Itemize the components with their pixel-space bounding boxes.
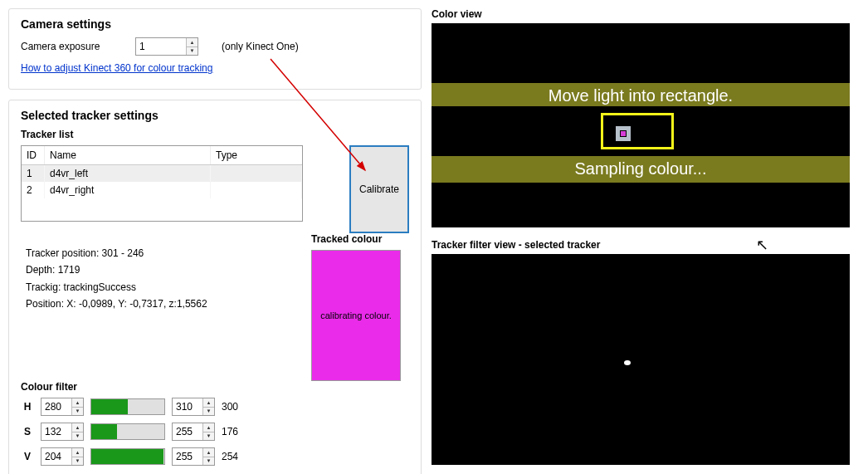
color-view: Move light into rectangle. Sampling colo…	[432, 23, 850, 227]
tracker-settings-title: Selected tracker settings	[21, 109, 409, 122]
filter-view-title: Tracker filter view - selected tracker	[432, 239, 860, 251]
v-high-stepper[interactable]: ▲▼	[172, 447, 215, 466]
tracker-list[interactable]: ID Name Type 1 d4vr_left 2 d4vr_right	[21, 145, 303, 222]
table-row[interactable]: 1 d4vr_left	[22, 165, 302, 182]
stepper-down-icon[interactable]: ▼	[203, 432, 214, 441]
filter-row-v: V ▲▼ ▲▼ 254	[21, 447, 303, 466]
s-high-stepper[interactable]: ▲▼	[172, 423, 215, 441]
color-view-title: Color view	[432, 8, 860, 20]
filter-row-h: H ▲▼ ▲▼ 300	[21, 398, 303, 416]
tracker-settings-panel: Selected tracker settings Tracker list I…	[8, 100, 422, 474]
camera-settings-panel: Camera settings Camera exposure ▲▼ (only…	[8, 8, 422, 90]
h-value: 300	[222, 401, 238, 413]
table-row[interactable]: 2 d4vr_right	[22, 182, 302, 198]
tracked-colour-label: Tracked colour	[311, 233, 409, 245]
v-bar[interactable]	[90, 448, 165, 465]
s-bar[interactable]	[90, 423, 165, 440]
camera-exposure-label: Camera exposure	[21, 41, 129, 52]
stepper-down-icon[interactable]: ▼	[72, 457, 83, 466]
s-low-stepper[interactable]: ▲▼	[41, 423, 84, 441]
filter-s-label: S	[21, 426, 34, 437]
stepper-up-icon[interactable]: ▲	[203, 398, 214, 408]
stepper-down-icon[interactable]: ▼	[187, 47, 197, 56]
camera-note: (only Kinect One)	[222, 41, 299, 52]
h-bar[interactable]	[90, 398, 165, 415]
tracker-position-text: Tracker position: 301 - 246	[26, 245, 207, 261]
tracked-colour-swatch: calibrating colour.	[311, 250, 401, 381]
tracker-filter-view	[432, 254, 850, 465]
stepper-down-icon[interactable]: ▼	[72, 432, 83, 441]
s-value: 176	[222, 426, 238, 437]
stepper-down-icon[interactable]: ▼	[203, 408, 214, 416]
stepper-up-icon[interactable]: ▲	[203, 423, 214, 432]
col-header-name: Name	[45, 146, 211, 164]
camera-settings-title: Camera settings	[21, 17, 409, 31]
tracker-list-label: Tracker list	[21, 129, 409, 140]
cursor-icon: ↖	[756, 236, 768, 254]
calibrate-button[interactable]: Calibrate	[349, 145, 409, 233]
v-low-stepper[interactable]: ▲▼	[41, 447, 84, 466]
h-high-stepper[interactable]: ▲▼	[172, 398, 215, 416]
filter-h-label: H	[21, 401, 34, 413]
position-text: Position: X: -0,0989, Y: -0,7317, z:1,55…	[26, 296, 207, 312]
tracker-list-header: ID Name Type	[22, 146, 302, 165]
tracking-status-text: Trackig: trackingSuccess	[26, 279, 207, 296]
depth-text: Depth: 1719	[26, 261, 207, 278]
h-low-stepper[interactable]: ▲▼	[41, 398, 84, 416]
stepper-up-icon[interactable]: ▲	[72, 398, 83, 408]
stepper-up-icon[interactable]: ▲	[72, 423, 83, 432]
v-value: 254	[222, 451, 238, 462]
stepper-up-icon[interactable]: ▲	[72, 448, 83, 457]
col-header-type: Type	[211, 146, 302, 164]
tracked-light-marker	[616, 126, 631, 141]
camera-exposure-input[interactable]	[136, 38, 186, 55]
stepper-up-icon[interactable]: ▲	[187, 38, 197, 47]
stepper-down-icon[interactable]: ▼	[203, 457, 214, 466]
target-rectangle	[601, 113, 674, 149]
kinect-help-link[interactable]: How to adjust Kinect 360 for colour trac…	[21, 62, 212, 74]
stepper-down-icon[interactable]: ▼	[72, 408, 83, 416]
filter-v-label: V	[21, 451, 34, 462]
colour-filter-title: Colour filter	[21, 381, 303, 393]
col-header-id: ID	[22, 146, 45, 164]
tracker-info: Tracker position: 301 - 246 Depth: 1719 …	[26, 245, 207, 313]
filter-row-s: S ▲▼ ▲▼ 176	[21, 423, 303, 441]
tracked-colour-status: calibrating colour.	[320, 310, 392, 320]
stepper-up-icon[interactable]: ▲	[203, 448, 214, 457]
sampling-text: Sampling colour...	[432, 159, 850, 178]
camera-exposure-stepper[interactable]: ▲▼	[135, 37, 198, 56]
move-light-text: Move light into rectangle.	[432, 86, 850, 105]
filter-detection-dot	[624, 360, 631, 365]
